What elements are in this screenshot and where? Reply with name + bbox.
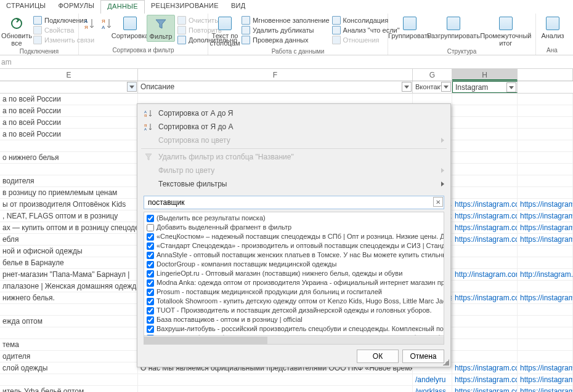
cell-E[interactable]: ы от производителя Оптовёнок Kids	[0, 199, 138, 210]
cell-H[interactable]	[452, 257, 518, 268]
flash-fill-button[interactable]: Мгновенное заполнение	[242, 16, 330, 25]
cell-E[interactable]: о нижнего белья	[0, 152, 138, 163]
cell-H[interactable]	[452, 175, 518, 186]
data-validation-button[interactable]: Проверка данных	[242, 36, 330, 44]
cell-H[interactable]	[452, 304, 518, 315]
tab-data[interactable]: ДАННЫЕ	[100, 0, 145, 14]
cell-H[interactable]	[452, 187, 518, 198]
cell-E[interactable]: ежда оптом	[0, 316, 138, 327]
checklist-item[interactable]: DoctorGroup - компания поставщик медицин…	[147, 260, 441, 269]
cell-H[interactable]: https://instagram.com/alp	[452, 292, 518, 303]
sort-button[interactable]: Сортировка	[116, 15, 144, 41]
filter-dropdown-E[interactable]	[127, 82, 137, 92]
cell-E[interactable]: в розницу по приемлемым ценам	[0, 187, 138, 198]
cell-E[interactable]: а по всей России	[0, 117, 138, 128]
cell-H[interactable]	[452, 117, 518, 128]
cell-H[interactable]	[452, 351, 518, 362]
cell-E[interactable]	[0, 164, 138, 175]
cell-E[interactable]: рнет-магазин "Папа-Мама" Барнаул |	[0, 269, 138, 280]
checklist-item[interactable]: Prosum - поставщик медицинской продукции…	[147, 287, 441, 297]
sort-az-item[interactable]: АЯСортировка от А до Я	[137, 106, 450, 120]
clear-search-button[interactable]: ✕	[433, 197, 443, 207]
cell-F[interactable]	[138, 386, 413, 392]
cell-E[interactable]: одителя	[0, 351, 138, 362]
cell-G[interactable]: /worklass	[413, 386, 452, 392]
tab-view[interactable]: ВИД	[225, 0, 252, 14]
tab-review[interactable]: РЕЦЕНЗИРОВАНИЕ	[145, 0, 225, 14]
cell-H[interactable]: https://instagram.com/per	[452, 234, 518, 245]
cell-H[interactable]	[452, 105, 518, 116]
cell-H[interactable]: https://instagram.com/sev	[452, 199, 518, 210]
checklist-item[interactable]: TUOT - Производитель и поставщик детской…	[147, 306, 441, 315]
checklist-add-fragment[interactable]: Добавить выделенный фрагмент в фильтр	[147, 223, 441, 232]
col-F[interactable]: F	[138, 69, 413, 81]
col-E[interactable]: E	[0, 69, 138, 81]
cell-H[interactable]	[452, 164, 518, 175]
cell-H[interactable]	[452, 152, 518, 163]
cell-E[interactable]: водителя	[0, 175, 138, 186]
cell-F[interactable]	[138, 374, 413, 385]
sort-za-button[interactable]: ЯА	[99, 15, 113, 32]
text-filters-item[interactable]: Текстовые фильтры	[137, 177, 450, 191]
checklist-hscrollbar[interactable]	[144, 335, 444, 344]
checklist-item[interactable]: «Стандарт Спецодежда» - производитель и …	[147, 241, 441, 250]
analysis-button[interactable]: Анализ	[538, 15, 567, 41]
checklist-item[interactable]: LingerieOpt.ru - Оптовый магазин (постав…	[147, 269, 441, 278]
header-G[interactable]: Вконтакте	[413, 81, 452, 93]
tab-pagelayout[interactable]: СТРАНИЦЫ	[0, 0, 52, 14]
cell-H[interactable]	[452, 316, 518, 327]
scrollbar-thumb[interactable]	[144, 337, 267, 344]
ok-button[interactable]: ОК	[357, 350, 399, 363]
cell-E[interactable]: а по всей России	[0, 129, 138, 140]
sort-az-button[interactable]: АЯ	[81, 15, 96, 32]
cell-H[interactable]: https://instagram.com/wo	[452, 386, 518, 392]
filter-search-input[interactable]	[144, 196, 444, 209]
checklist-item[interactable]: Totallook Showroom - купить детскую одеж…	[147, 297, 441, 306]
filter-dropdown-G[interactable]	[441, 82, 451, 92]
table-row[interactable]: /andelyruhttps://instagram.com/ANhttps:/…	[0, 374, 573, 386]
group-button[interactable]: Группировать	[391, 15, 428, 41]
header-E[interactable]	[0, 81, 138, 93]
cell-E[interactable]	[0, 304, 138, 315]
cell-E[interactable]: итель Уфа бельё оптом	[0, 386, 138, 392]
cell-E[interactable]: а по всей России	[0, 105, 138, 116]
filter-checklist[interactable]: (Выделить все результаты поиска)Добавить…	[144, 212, 444, 345]
cell-H[interactable]: https://instagram.com/fab	[452, 362, 518, 374]
cell-E[interactable]: а по всей России	[0, 94, 138, 105]
cell-E[interactable]: нижнего белья.	[0, 292, 138, 303]
cell-H[interactable]: https://instagram.com/AN	[452, 374, 518, 385]
filter-button[interactable]: Фильтр	[147, 15, 175, 42]
checklist-select-all[interactable]: (Выделить все результаты поиска)	[147, 214, 441, 223]
ungroup-button[interactable]: Разгруппировать	[431, 15, 476, 41]
cell-H[interactable]	[452, 94, 518, 105]
refresh-all-button[interactable]: Обновить все	[2, 15, 31, 48]
subtotal-button[interactable]: Промежуточный итог	[479, 15, 533, 48]
cell-E[interactable]: ебля	[0, 234, 138, 245]
cell-E[interactable]: ах — купить оптом и в розницу спецодежд	[0, 222, 138, 233]
cell-H[interactable]	[452, 140, 518, 151]
col-G[interactable]: G	[413, 69, 452, 81]
resize-grip[interactable]	[443, 359, 449, 366]
cell-E[interactable]: , NEAT, FLAGS оптом и в розницу	[0, 210, 138, 222]
text-to-columns-button[interactable]: Текст по столбцам	[211, 15, 239, 48]
tab-formulas[interactable]: ФОРМУЛЫ	[52, 0, 100, 14]
filter-dropdown-H[interactable]	[506, 82, 516, 92]
col-H[interactable]: H	[452, 69, 518, 81]
cell-H[interactable]	[452, 246, 518, 257]
cell-E[interactable]: ной и офисной одежды	[0, 246, 138, 257]
cell-H[interactable]	[452, 281, 518, 292]
cancel-button[interactable]: Отмена	[402, 350, 444, 363]
checklist-item[interactable]: AnnaStyle - оптовый поставщик женских пл…	[147, 250, 441, 260]
checklist-item[interactable]: База поставщиков - оптом и в розницу | o…	[147, 315, 441, 324]
checklist-item[interactable]: Modna Anka: одежда оптом от производител…	[147, 278, 441, 287]
header-F[interactable]: Описание	[138, 81, 413, 93]
checklist-item[interactable]: «СпецКостюм» – надежный поставщик спецод…	[147, 232, 441, 241]
checklist-item[interactable]: Вахруши-литобувь - российский производит…	[147, 324, 441, 334]
formula-bar[interactable]: am	[0, 55, 573, 69]
cell-G[interactable]: /andelyru	[413, 374, 452, 385]
cell-E[interactable]: тема	[0, 339, 138, 350]
cell-H[interactable]: http://instagram.com/blis	[452, 269, 518, 280]
filter-dropdown-F[interactable]	[402, 82, 412, 92]
remove-duplicates-button[interactable]: Удалить дубликаты	[242, 26, 330, 34]
cell-E[interactable]: белье в Барнауле	[0, 257, 138, 268]
